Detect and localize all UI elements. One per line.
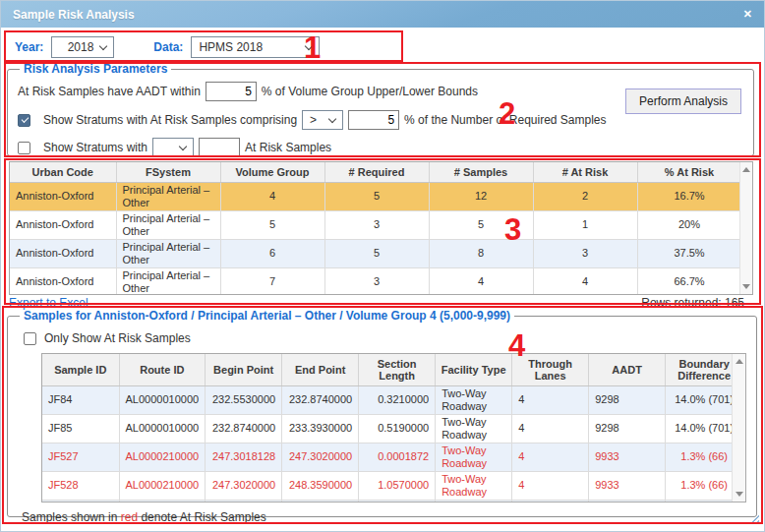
filter-bar: Year: 2018 Data: HPMS 2018 [15, 36, 320, 58]
table-cell: Principal Arterial – Other [116, 210, 220, 239]
aadt-within-suffix: % of Volume Group Upper/Lower Bounds [262, 85, 478, 98]
table-cell: 4 [220, 182, 324, 210]
table-cell: 5 [429, 210, 533, 239]
table-cell [282, 500, 359, 502]
table-cell: 3 [324, 267, 429, 295]
year-select[interactable]: 2018 [51, 36, 114, 58]
perform-analysis-button[interactable]: Perform Analysis [625, 89, 741, 114]
chevron-down-icon [305, 41, 313, 49]
stratum-table: Urban CodeFSystemVolume Group# Required#… [10, 162, 742, 295]
table-cell: JF527 [42, 443, 119, 471]
table-cell: 4 [512, 414, 589, 443]
table-cell: 5 [324, 182, 429, 210]
table-cell: 7 [220, 267, 324, 295]
table-row[interactable]: Two-Way Roadway [42, 500, 743, 502]
table-cell [119, 500, 206, 502]
column-header: Urban Code [10, 162, 116, 182]
table-cell: Two-Way Roadway [436, 443, 512, 471]
table-cell: 247.3020000 [206, 471, 282, 500]
table-cell [206, 500, 282, 502]
table-cell: 0.0001872 [359, 443, 436, 471]
samples-legend: Samples for Anniston-Oxford / Principal … [20, 309, 514, 323]
column-header: # Required [324, 162, 429, 182]
table-cell: AL0000210000 [119, 471, 206, 500]
table-cell: 3 [324, 210, 429, 239]
table-row[interactable]: JF528AL0000210000247.3020000248.35900001… [42, 471, 743, 500]
stratums-percent-checkbox[interactable] [18, 114, 30, 127]
table-cell: Two-Way Roadway [436, 385, 512, 414]
window-titlebar[interactable]: Sample Risk Analysis ✕ [1, 1, 764, 28]
risk-analysis-parameters-fieldset: Risk Analysis Parameters Perform Analysi… [7, 62, 754, 156]
table-cell: 247.3020000 [282, 443, 359, 471]
table-row[interactable]: Anniston-OxfordPrincipal Arterial – Othe… [10, 267, 741, 295]
table-cell: 233.3930000 [282, 414, 359, 443]
stratum-table-scrollbar[interactable] [739, 162, 752, 294]
column-header: # Samples [429, 162, 533, 182]
table-cell: 4 [533, 267, 637, 295]
table-cell: JF528 [42, 471, 119, 500]
table-cell: 2 [533, 182, 637, 210]
samples-fieldset: Samples for Anniston-Oxford / Principal … [7, 309, 757, 517]
table-cell: 232.5530000 [206, 385, 282, 414]
year-label: Year: [15, 40, 43, 54]
table-cell [359, 500, 436, 502]
count-operator-select[interactable] [152, 138, 194, 157]
stratums-count-input[interactable] [199, 138, 240, 157]
column-header: Section Length [359, 354, 436, 385]
table-row[interactable]: Anniston-OxfordPrincipal Arterial – Othe… [10, 182, 741, 210]
table-cell: 6 [220, 239, 324, 267]
stratum-table-header-row: Urban CodeFSystemVolume Group# Required#… [10, 162, 741, 182]
stratums-percent-suffix: % of the Number of Required Samples [404, 113, 606, 127]
table-row[interactable]: Anniston-OxfordPrincipal Arterial – Othe… [10, 210, 741, 239]
samples-table-scrollbar[interactable] [732, 354, 745, 502]
column-header: FSystem [116, 162, 220, 182]
table-row[interactable]: JF85AL0000010000232.8740000233.39300000.… [42, 414, 743, 443]
table-cell: JF84 [42, 385, 119, 414]
table-cell: 4 [512, 471, 589, 500]
table-row[interactable]: Anniston-OxfordPrincipal Arterial – Othe… [10, 239, 741, 267]
table-cell: 12 [429, 182, 533, 210]
table-cell: 1 [533, 210, 637, 239]
table-cell: 3 [533, 239, 637, 267]
rows-returned-status: Rows returned: 165 [641, 296, 744, 310]
table-cell: 4 [429, 267, 533, 295]
stratums-count-row: Show Stratums with At Risk Samples [18, 138, 743, 157]
table-cell: Anniston-Oxford [10, 182, 116, 210]
data-select[interactable]: HPMS 2018 [191, 36, 320, 58]
chevron-down-icon [328, 114, 336, 122]
column-header: Volume Group [220, 162, 324, 182]
data-label: Data: [153, 40, 183, 54]
table-row[interactable]: JF84AL0000010000232.5530000232.87400000.… [42, 385, 743, 414]
column-header: Through Lanes [512, 354, 589, 385]
table-row[interactable]: JF527AL0000210000247.3018128247.30200000… [42, 443, 743, 471]
comparison-operator-select[interactable]: > [302, 110, 343, 130]
scroll-up-icon[interactable] [736, 359, 743, 364]
export-to-excel-link[interactable]: Export to Excel [9, 296, 88, 310]
aadt-within-input[interactable] [206, 82, 257, 101]
samples-table-container: Sample IDRoute IDBegin PointEnd PointSec… [41, 353, 746, 502]
table-cell: Principal Arterial – Other [116, 267, 220, 295]
note-text-post: denote At Risk Samples [138, 510, 266, 524]
table-cell: Principal Arterial – Other [116, 182, 220, 210]
stratums-count-checkbox[interactable] [18, 142, 30, 154]
stratums-percent-input[interactable] [348, 110, 399, 130]
scroll-down-icon[interactable] [736, 492, 743, 497]
scroll-up-icon[interactable] [742, 167, 750, 172]
column-header: Facility Type [436, 354, 512, 385]
table-cell: AL0000210000 [119, 443, 206, 471]
table-cell: 247.3018128 [206, 443, 282, 471]
stratum-table-container: Urban CodeFSystemVolume Group# Required#… [9, 161, 753, 295]
scroll-down-icon[interactable] [742, 284, 750, 289]
column-header: Route ID [119, 354, 206, 385]
close-icon[interactable]: ✕ [743, 9, 752, 20]
table-cell: Two-Way Roadway [436, 414, 512, 443]
column-header: # At Risk [533, 162, 637, 182]
screen: Sample Risk Analysis ✕ Year: 2018 Data: … [0, 0, 765, 532]
only-show-at-risk-checkbox[interactable] [24, 332, 36, 345]
table-cell: 4 [512, 443, 589, 471]
table-cell: 9298 [589, 414, 666, 443]
sample-risk-analysis-window: Sample Risk Analysis ✕ Year: 2018 Data: … [0, 0, 765, 532]
table-cell: Anniston-Oxford [10, 210, 116, 239]
table-cell: 9933 [589, 443, 666, 471]
table-cell: 9298 [589, 385, 666, 414]
